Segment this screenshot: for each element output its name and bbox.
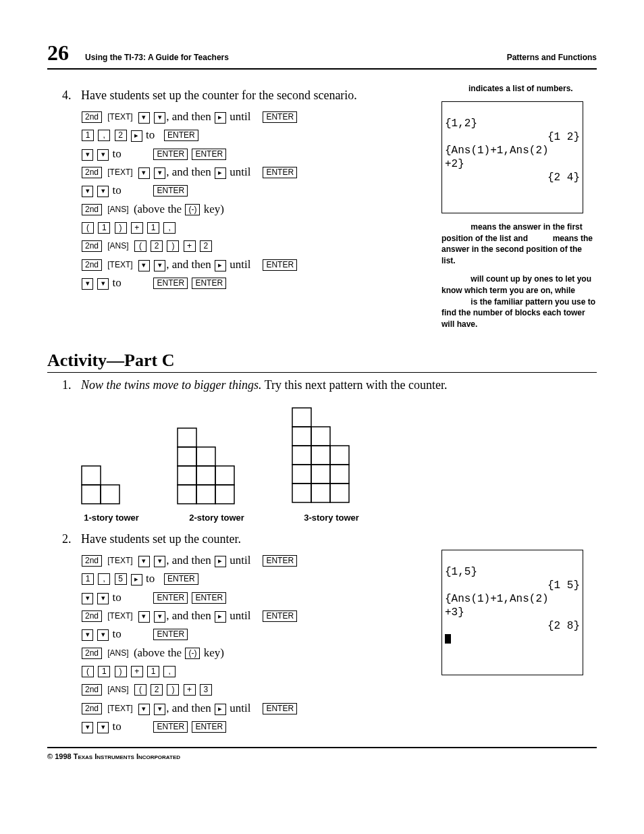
svg-rect-10 (196, 485, 215, 504)
right-arrow-icon: ▸ (131, 574, 142, 585)
key-lparen: ( (82, 222, 94, 234)
down-arrow-icon: ▾ (97, 278, 109, 290)
key-ans: [ANS] (106, 648, 130, 658)
down-arrow-icon: ▾ (82, 186, 93, 197)
down-arrow-icon: ▾ (154, 167, 165, 179)
side-note-2: means the answer in the first position o… (441, 221, 597, 267)
svg-rect-19 (311, 465, 330, 484)
right-arrow-icon: ▸ (215, 167, 226, 179)
svg-rect-15 (292, 446, 311, 465)
svg-rect-17 (330, 446, 349, 465)
step-4: 4. Have students set up the counter for … (62, 88, 431, 103)
key-text: [TEXT] (106, 556, 134, 566)
down-arrow-icon: ▾ (154, 704, 165, 715)
key-rparen: ) (115, 666, 127, 677)
key-comma: , (163, 666, 176, 677)
towers-figure: 1-story tower (81, 405, 597, 523)
svg-rect-11 (215, 485, 234, 504)
tower-1-svg (81, 445, 142, 506)
key-text: [TEXT] (106, 704, 134, 714)
key-ans: [ANS] (106, 241, 130, 251)
svg-rect-6 (178, 466, 196, 485)
key-ans: [ANS] (106, 205, 130, 215)
key-2nd: 2nd (82, 167, 102, 178)
svg-rect-5 (196, 447, 215, 466)
down-arrow-icon: ▾ (138, 112, 150, 124)
step-text: Have students set up the counter. (81, 532, 241, 546)
right-arrow-icon: ▸ (215, 112, 226, 124)
down-arrow-icon: ▾ (97, 149, 109, 161)
key-rparen: ) (167, 240, 179, 252)
key-enter: ENTER (192, 278, 226, 289)
key-enter: ENTER (263, 111, 297, 123)
key-neg: (-) (185, 204, 200, 215)
calc-screen-1: {1,2} {1 2}{Ans(1)+1,Ans(2)+2} {2 4} (441, 101, 583, 213)
key-enter: ENTER (192, 721, 226, 733)
key-enter: ENTER (153, 629, 188, 640)
down-arrow-icon: ▾ (97, 593, 109, 604)
right-arrow-icon: ▸ (215, 260, 226, 271)
key-2: 2 (151, 240, 163, 252)
down-arrow-icon: ▾ (138, 704, 150, 715)
svg-rect-13 (292, 427, 311, 446)
section-title-part-c: Activity—Part C (47, 350, 597, 373)
step-text: Try this next pattern with the counter. (262, 378, 448, 392)
step-text-italic: Now the twins move to bigger things. (81, 378, 262, 392)
down-arrow-icon: ▾ (154, 556, 165, 567)
right-arrow-icon: ▸ (131, 130, 142, 142)
key-enter: ENTER (153, 592, 188, 604)
key-2: 2 (151, 684, 163, 696)
step-text: Have students set up the counter for the… (81, 88, 357, 103)
svg-rect-7 (196, 466, 215, 485)
key-enter: ENTER (153, 721, 188, 733)
key-lparen: ( (82, 666, 94, 677)
key-2nd: 2nd (82, 648, 102, 659)
page-footer: © 1998 Texas Instruments Incorporated (47, 747, 597, 760)
key-2nd: 2nd (82, 204, 102, 215)
tower-1-label: 1-story tower (81, 513, 142, 523)
key-5: 5 (115, 573, 127, 585)
key-plus: + (184, 240, 196, 252)
svg-rect-3 (178, 428, 196, 447)
key-enter: ENTER (263, 555, 297, 567)
page-header: 26 Using the TI-73: A Guide for Teachers… (47, 41, 597, 70)
key-comma: , (98, 573, 110, 585)
key-2: 2 (115, 130, 127, 141)
step-c2: 2. Have students set up the counter. (62, 532, 431, 546)
svg-rect-0 (82, 466, 101, 485)
svg-rect-21 (292, 484, 311, 502)
key-text: [TEXT] (106, 112, 134, 122)
key-enter: ENTER (153, 149, 188, 160)
step-c1: 1. Now the twins move to bigger things. … (62, 378, 597, 392)
key-enter: ENTER (192, 592, 226, 604)
key-enter: ENTER (192, 149, 226, 160)
key-2nd: 2nd (82, 684, 102, 696)
key-2: 2 (200, 240, 212, 252)
key-1: 1 (147, 222, 159, 234)
down-arrow-icon: ▾ (138, 260, 150, 271)
key-plus: + (184, 684, 196, 696)
key-comma: , (163, 222, 176, 234)
step-number: 4. (62, 88, 81, 103)
svg-rect-16 (311, 446, 330, 465)
tower-2-svg (177, 425, 257, 506)
down-arrow-icon: ▾ (138, 556, 150, 567)
side-note-1: indicates a list of numbers. (441, 83, 597, 95)
key-2nd: 2nd (82, 610, 102, 622)
key-rparen: ) (167, 684, 179, 696)
svg-rect-8 (215, 466, 234, 485)
key-neg: (-) (185, 648, 200, 659)
down-arrow-icon: ▾ (97, 186, 109, 197)
tower-3-svg (292, 405, 371, 506)
tower-2-label: 2-story tower (177, 513, 257, 523)
svg-rect-22 (311, 484, 330, 502)
key-sequence-1: 2nd [TEXT] ▾ ▾, and then ▸ until ENTER 1… (81, 108, 431, 292)
step-number: 2. (62, 532, 81, 546)
key-1: 1 (147, 666, 159, 677)
svg-rect-23 (330, 484, 349, 502)
down-arrow-icon: ▾ (97, 629, 109, 641)
key-enter: ENTER (263, 610, 297, 622)
right-arrow-icon: ▸ (215, 611, 226, 623)
down-arrow-icon: ▾ (154, 611, 165, 623)
key-2nd: 2nd (82, 555, 102, 567)
